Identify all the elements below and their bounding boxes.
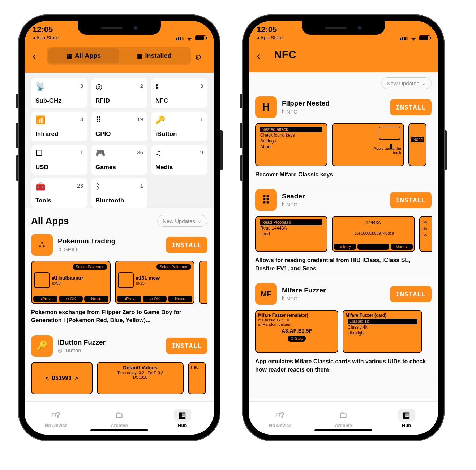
app-description: Recover Mifare Classic keys xyxy=(255,171,432,179)
category-label: Infrared xyxy=(35,131,83,138)
install-button[interactable]: INSTALL xyxy=(390,286,432,302)
category-icon: ᛒ xyxy=(95,183,100,191)
category-nfc[interactable]: ꔪ3NFC xyxy=(151,78,207,108)
back-button[interactable]: ‹ xyxy=(257,50,267,62)
category-media[interactable]: ♫9Media xyxy=(151,145,207,175)
screenshot[interactable]: < DS1990 > xyxy=(31,362,93,394)
screenshot[interactable]: ⬇Apply tag to the back xyxy=(332,123,404,166)
phone-mockup-left: 12:05 ◂ App Store ‹ ▦ All Apps xyxy=(18,14,220,441)
category-label: Bluetooth xyxy=(95,197,143,204)
section-title: All Apps xyxy=(31,215,69,227)
app-category: ꔪ NFC xyxy=(282,108,385,115)
screenshot-row[interactable]: Read PicopassRead 14443ALoad 14443A (35)… xyxy=(255,216,432,252)
status-time: 12:05 xyxy=(33,25,59,34)
screenshot-row[interactable]: < DS1990 > Default Values Time delay: 0.… xyxy=(31,362,207,394)
app-category: ⠿ GPIO xyxy=(58,246,161,252)
screenshot[interactable]: None xyxy=(408,123,426,166)
screenshot[interactable]: Mifare Fuzzer (card) Classic 1kClassic 4… xyxy=(343,310,422,353)
tab-installed[interactable]: ▣ Installed xyxy=(119,48,189,63)
screenshot[interactable]: Select Pokemon #151 mew0x15 ◂Prev⊙ OKNex… xyxy=(115,261,194,304)
folder-icon: 🗀 xyxy=(335,409,352,422)
app-name[interactable]: Pokemon Trading xyxy=(58,237,161,245)
app-icon: MF xyxy=(255,283,277,305)
chevron-down-icon: ⌄ xyxy=(421,80,426,86)
hub-icon: ▦ xyxy=(398,409,415,422)
install-button[interactable]: INSTALL xyxy=(390,192,432,208)
category-rfid[interactable]: ◎2RFID xyxy=(91,78,147,108)
tab-label: No Device xyxy=(45,423,68,428)
tab-nodevice[interactable]: ⌑? No Device xyxy=(25,402,88,435)
screenshot[interactable] xyxy=(199,261,207,304)
device-icon: ⌑? xyxy=(47,409,65,422)
category-icon: ꔪ xyxy=(155,83,159,91)
page-title: NFC xyxy=(271,47,296,64)
category-label: RFID xyxy=(95,97,143,104)
category-usb[interactable]: ☐1USB xyxy=(31,145,87,175)
tab-label: Installed xyxy=(145,52,171,60)
category-count: 23 xyxy=(77,183,83,189)
category-gpio[interactable]: ⠿19GPIO xyxy=(91,112,147,141)
category-count: 3 xyxy=(200,83,203,89)
tab-nodevice[interactable]: ⌑? No Device xyxy=(249,402,312,435)
tab-label: Hub xyxy=(402,423,411,428)
sort-filter[interactable]: New Updates ⌄ xyxy=(157,215,207,227)
app-row: MF Mifare Fuzzer ꔪ NFC INSTALL Mifare Fu… xyxy=(249,278,438,379)
install-button[interactable]: INSTALL xyxy=(166,237,207,253)
category-infrared[interactable]: 📶3Infrared xyxy=(31,112,87,141)
screenshot[interactable]: Mifare Fuzzer (emulator) c: Classic 1k t… xyxy=(255,310,338,353)
install-button[interactable]: INSTALL xyxy=(166,338,207,354)
tab-hub[interactable]: ▦ Hub xyxy=(375,402,438,435)
category-count: 2 xyxy=(140,83,143,89)
category-sub-ghz[interactable]: 📡3Sub-GHz xyxy=(31,78,87,108)
back-button[interactable]: ‹ xyxy=(33,50,43,62)
app-category: ꔪ NFC xyxy=(282,295,385,302)
screenshot[interactable]: Pau xyxy=(188,362,206,394)
sort-filter[interactable]: New Updates ⌄ xyxy=(381,77,432,89)
category-label: Tools xyxy=(35,197,83,204)
hub-icon: ▦ xyxy=(174,409,191,422)
filter-label: New Updates xyxy=(387,80,419,86)
battery-icon xyxy=(195,35,206,40)
phone-mockup-right: 12:05 ◂ App Store ‹ NFC New Updates ⌄ xyxy=(242,14,445,441)
category-count: 1 xyxy=(200,116,203,122)
category-icon: ꔪ xyxy=(282,108,284,115)
category-icon: ♫ xyxy=(155,149,162,157)
back-to-appstore[interactable]: ◂ App Store xyxy=(33,35,59,40)
category-count: 1 xyxy=(140,183,143,189)
screenshot[interactable]: Default Values Time delay: 0.2 EmT: 0.2 … xyxy=(97,362,184,394)
wifi-icon xyxy=(186,35,193,40)
screenshot-row[interactable]: Select Pokemon #1 bulbasaur0x99 ◂Prev⊙ O… xyxy=(31,261,207,304)
search-button[interactable]: ⌕ xyxy=(195,50,206,62)
screenshot[interactable]: 14443A (35) 000000589746dc8 ◂RetryMore ▸ xyxy=(332,216,415,252)
category-icon: 🎮 xyxy=(95,149,105,157)
category-icon: ◎ xyxy=(95,83,102,91)
screenshot[interactable]: Nested attackCheck found keysSettingsAbo… xyxy=(255,123,327,166)
screenshot-row[interactable]: Mifare Fuzzer (emulator) c: Classic 1k t… xyxy=(255,310,432,353)
back-to-appstore[interactable]: ◂ App Store xyxy=(257,35,283,40)
category-bluetooth[interactable]: ᛒ1Bluetooth xyxy=(91,178,147,208)
app-category: ꔪ NFC xyxy=(282,201,385,208)
app-description: Pokemon exchange from Flipper Zero to Ga… xyxy=(31,308,207,325)
tab-hub[interactable]: ▦ Hub xyxy=(151,402,214,435)
screenshot[interactable]: Read PicopassRead 14443ALoad xyxy=(255,216,327,252)
app-description: App emulates Mifare Classic cards with v… xyxy=(255,358,432,374)
app-name[interactable]: Flipper Nested xyxy=(282,99,385,107)
screenshot[interactable]: SaSaSa xyxy=(419,216,432,252)
screenshot[interactable]: Select Pokemon #1 bulbasaur0x99 ◂Prev⊙ O… xyxy=(31,261,111,304)
screenshot-row[interactable]: Nested attackCheck found keysSettingsAbo… xyxy=(255,123,432,166)
install-button[interactable]: INSTALL xyxy=(390,99,432,115)
category-icon: ꔪ xyxy=(282,295,284,302)
category-tools[interactable]: 🧰23Tools xyxy=(31,178,87,208)
app-name[interactable]: iButton Fuzzer xyxy=(58,338,161,346)
app-name[interactable]: Mifare Fuzzer xyxy=(282,286,385,294)
home-indicator[interactable] xyxy=(90,429,148,431)
category-games[interactable]: 🎮36Games xyxy=(91,145,147,175)
status-time: 12:05 xyxy=(257,25,283,34)
home-indicator[interactable] xyxy=(314,429,372,431)
app-name[interactable]: Seader xyxy=(282,192,385,200)
app-row: H Flipper Nested ꔪ NFC INSTALL Nested at… xyxy=(249,91,438,184)
category-ibutton[interactable]: 🔑1iButton xyxy=(151,112,207,141)
chevron-down-icon: ⌄ xyxy=(197,218,202,224)
app-icon: ⠿ xyxy=(255,189,277,211)
tab-all-apps[interactable]: ▦ All Apps xyxy=(48,48,119,63)
